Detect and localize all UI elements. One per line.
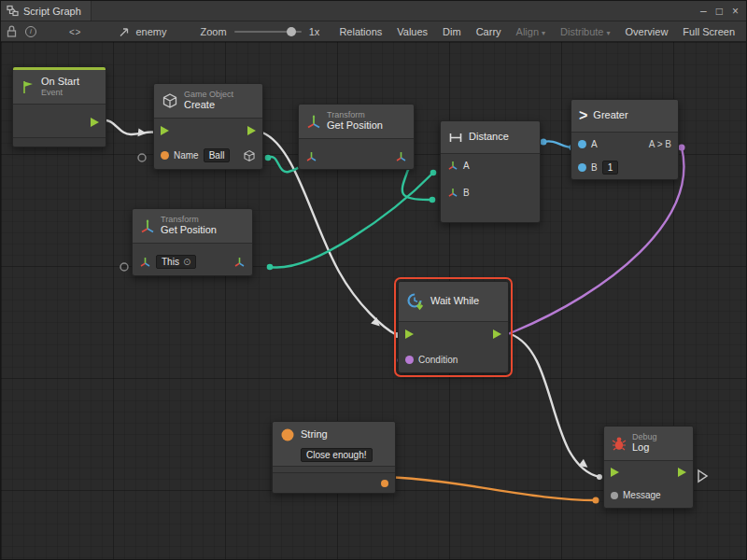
flow-in-port[interactable]: [161, 126, 169, 135]
node-distance[interactable]: Distance A B: [440, 120, 541, 223]
flow-out-port[interactable]: [678, 468, 686, 477]
connection-dot: [267, 264, 274, 271]
wire-distance-to-greater[interactable]: [543, 141, 572, 147]
vector3-input-port-b[interactable]: [447, 187, 458, 198]
port-label-a: A: [463, 161, 470, 171]
wire-getposition-to-distance-b[interactable]: [402, 167, 432, 200]
input-port-a[interactable]: [578, 140, 586, 148]
graph-name: enemy: [135, 26, 166, 37]
b-value-field[interactable]: 1: [602, 161, 619, 175]
connection-dot: [265, 155, 272, 161]
node-category: Transform: [327, 110, 383, 119]
zoom-label: Zoom: [201, 26, 227, 37]
graph-canvas[interactable]: On Start Event Game Object Create Name: [1, 42, 747, 560]
window-title: Script Graph: [23, 6, 81, 17]
bug-icon: [612, 436, 627, 451]
flow-in-port[interactable]: [405, 329, 414, 339]
node-category: Transform: [161, 215, 217, 224]
info-icon[interactable]: [25, 26, 36, 37]
node-title: Create: [184, 99, 233, 111]
node-string[interactable]: String Close enough!: [272, 421, 396, 494]
node-category: Game Object: [184, 90, 233, 99]
wait-while-clock-icon: [406, 292, 425, 311]
vector3-output-port[interactable]: [395, 150, 407, 162]
distribute-button[interactable]: Distribute: [557, 24, 613, 39]
zoom-slider[interactable]: [234, 31, 302, 33]
align-button[interactable]: Align: [513, 24, 549, 39]
name-value-field[interactable]: Ball: [204, 148, 231, 162]
connection-dot: [430, 170, 437, 176]
node-debug-log[interactable]: Debug Log Message: [603, 426, 694, 509]
name-input-port[interactable]: [161, 151, 169, 160]
node-wait-while[interactable]: Wait While Condition: [398, 281, 509, 373]
input-port-b[interactable]: [578, 163, 586, 172]
flow-out-port[interactable]: [493, 329, 501, 339]
unconnected-flow-triangle[interactable]: [698, 470, 707, 482]
message-input-port[interactable]: [611, 492, 618, 499]
window-controls: – □ ×: [700, 6, 746, 17]
transform-icon: [306, 114, 321, 129]
chevron-down-icon: [607, 26, 611, 37]
string-output-port[interactable]: [381, 480, 388, 487]
tab-script-graph[interactable]: Script Graph: [1, 1, 92, 21]
object-picker-icon[interactable]: [183, 257, 190, 267]
flow-in-port[interactable]: [611, 468, 619, 477]
zoom-slider-knob[interactable]: [287, 27, 296, 36]
condition-input-port[interactable]: [405, 356, 414, 364]
node-get-position-a[interactable]: Transform Get Position: [298, 104, 415, 170]
name-port-label: Name: [174, 150, 199, 161]
transform-icon: [140, 218, 155, 233]
overview-button[interactable]: Overview: [622, 24, 672, 39]
minimize-button[interactable]: –: [700, 6, 707, 17]
connection-dot: [541, 139, 547, 146]
wire-start-to-create[interactable]: [102, 120, 157, 134]
port-label-b: B: [463, 188, 470, 198]
wire-string-to-message[interactable]: [386, 477, 596, 500]
greater-icon: >: [579, 108, 587, 123]
flow-out-port[interactable]: [247, 126, 256, 135]
connection-dot: [430, 197, 436, 203]
carry-button[interactable]: Carry: [472, 24, 505, 39]
maximize-button[interactable]: □: [716, 6, 723, 17]
flow-arrowhead: [138, 128, 148, 137]
flow-out-port[interactable]: [91, 118, 99, 127]
node-greater[interactable]: > Greater A A > B B 1: [571, 99, 679, 180]
unconnected-port-circle[interactable]: [120, 263, 128, 271]
vector3-input-port-a[interactable]: [447, 160, 458, 171]
close-button[interactable]: ×: [732, 6, 739, 17]
node-get-position-b[interactable]: Transform Get Position This: [132, 208, 253, 276]
lock-icon[interactable]: [7, 25, 17, 37]
cube-icon: [162, 92, 178, 109]
string-icon: [280, 427, 295, 442]
flag-icon: [21, 79, 35, 94]
transform-input-port[interactable]: [139, 256, 151, 268]
node-title: String: [301, 428, 328, 441]
node-on-start-event[interactable]: On Start Event: [12, 66, 106, 147]
dim-button[interactable]: Dim: [439, 24, 465, 39]
wire-getposition-to-distance-a[interactable]: [270, 173, 433, 268]
gameobject-output-port[interactable]: [243, 149, 256, 162]
connection-dot: [593, 497, 599, 504]
node-title: Get Position: [327, 119, 383, 132]
node-gameobject-create[interactable]: Game Object Create Name Ball: [153, 83, 263, 170]
distribute-button-label: Distribute: [560, 26, 603, 37]
connection-dot: [597, 474, 602, 480]
transform-input-port[interactable]: [305, 150, 317, 162]
unconnected-port-circle[interactable]: [138, 154, 146, 161]
target-selector[interactable]: This: [156, 255, 196, 269]
node-footer: [13, 137, 106, 147]
fullscreen-button[interactable]: Full Screen: [679, 24, 739, 39]
chevron-down-icon: [542, 26, 545, 37]
flow-arrowhead: [371, 317, 383, 329]
node-title: Greater: [593, 109, 627, 121]
values-button[interactable]: Values: [393, 24, 431, 39]
graph-breadcrumb-icon: [119, 26, 130, 37]
string-value-field[interactable]: Close enough!: [301, 448, 373, 462]
wire-waitwhile-to-log[interactable]: [511, 334, 599, 477]
code-view-icon[interactable]: [69, 26, 79, 37]
output-label: A > B: [649, 139, 671, 149]
connection-dot: [679, 145, 685, 151]
vector3-output-port[interactable]: [233, 256, 246, 268]
relations-button[interactable]: Relations: [335, 24, 386, 39]
align-button-label: Align: [516, 26, 539, 37]
